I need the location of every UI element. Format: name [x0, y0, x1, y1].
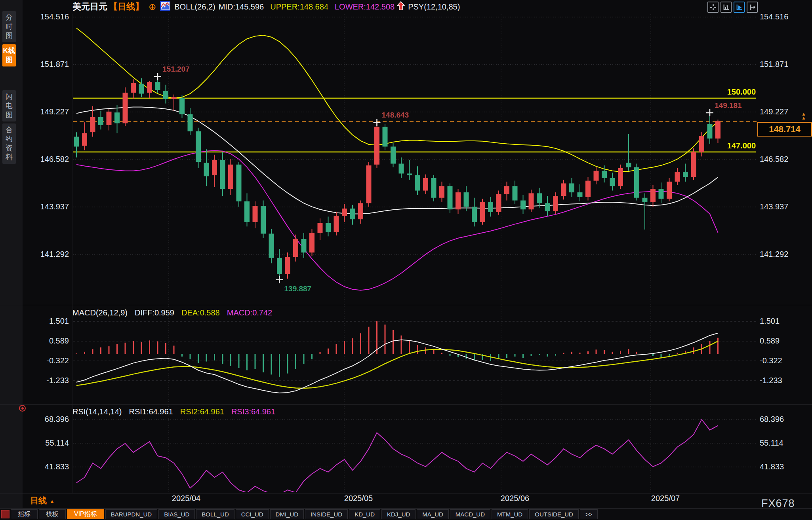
candle [650, 189, 656, 202]
candle [504, 186, 509, 194]
candle [448, 186, 453, 209]
candle [602, 171, 607, 178]
current-price-box[interactable]: 148.714 [757, 122, 812, 137]
macd-layer[interactable] [76, 321, 718, 377]
candle [642, 198, 648, 202]
candle [488, 202, 493, 212]
mini-chart-icon[interactable] [160, 1, 170, 12]
candle [228, 165, 233, 189]
candle [107, 112, 112, 125]
macd-value: MACD:0.742 [227, 308, 273, 317]
main-chart-canvas[interactable] [0, 0, 812, 520]
y-axis-label: 146.582 [24, 155, 69, 164]
panel-separator [0, 404, 812, 405]
toolbar-tab-KD_UD[interactable]: KD_UD [349, 509, 380, 519]
toolbar-tab-MACD_UD[interactable]: MACD_UD [450, 509, 490, 519]
symbol-title: 美元日元 [72, 1, 107, 13]
boll-label: BOLL(26,2) [174, 2, 215, 11]
candle [301, 239, 307, 252]
candle [253, 206, 258, 222]
indicator-toolbar: 指标模板VIP指标BARUPDN_UDBIAS_UDBOLL_UDCCI_UDD… [0, 509, 812, 520]
psy-label: PSY(12,10,85) [408, 2, 460, 11]
candle [285, 257, 290, 274]
candle [383, 127, 388, 147]
candle [480, 202, 485, 222]
y-axis-label: 149.227 [760, 107, 788, 116]
toolbar-tab-DMI_UD[interactable]: DMI_UD [270, 509, 304, 519]
axis-scale-button[interactable] [721, 2, 732, 13]
extreme-cross-marker [706, 109, 713, 116]
price-up-arrows-icon: ▲▲ [801, 112, 806, 120]
axis-shift-button[interactable] [747, 2, 758, 13]
rsi-axis-label: 68.396 [760, 415, 784, 424]
toolbar-tab-模板[interactable]: 模板 [39, 509, 66, 519]
candle [399, 164, 404, 174]
macd-header: MACD(26,12,9) DIFF:0.959 DEA:0.588 MACD:… [72, 308, 279, 317]
pan-crosshair-button[interactable] [707, 2, 719, 13]
toolbar-tab-CCI_UD[interactable]: CCI_UD [236, 509, 269, 519]
candle [172, 97, 177, 99]
candle [82, 133, 87, 146]
candle [431, 178, 436, 198]
y-axis-label: 151.871 [24, 60, 69, 69]
price-annotation: 149.181 [715, 101, 742, 110]
candle [578, 192, 583, 197]
price-level-label: 147.000 [697, 141, 756, 150]
rsi-header: RSI(14,14,14) RSI1:64.961 RSI2:64.961 RS… [72, 407, 282, 416]
candle [350, 209, 355, 219]
rsi-axis-label: 55.114 [24, 438, 69, 448]
y-axis-label: 146.582 [760, 155, 788, 164]
candle [691, 152, 696, 177]
toolbar-tab-OUTSIDE_UD[interactable]: OUTSIDE_UD [529, 509, 579, 519]
toolbar-tab-INSIDE_UD[interactable]: INSIDE_UD [305, 509, 348, 519]
candle [98, 117, 103, 125]
candle [374, 127, 379, 165]
candle [196, 131, 201, 162]
crosshair-target-icon[interactable]: ⊕ [149, 2, 156, 11]
toolbar-tab-BARUPDN_UD[interactable]: BARUPDN_UD [105, 509, 157, 519]
rsi2-value: RSI2:64.961 [180, 407, 224, 416]
candle [139, 84, 144, 94]
candle [179, 98, 185, 114]
macd-params: MACD(26,12,9) [72, 308, 128, 317]
candle [131, 83, 136, 93]
watermark: FX678 [761, 497, 795, 510]
candle [423, 178, 428, 191]
candle [415, 175, 420, 191]
chart-legend: 美元日元 【日线】 ⊕ BOLL(26,2) MID:145.596 UPPER… [72, 1, 460, 13]
candles-layer[interactable] [74, 76, 721, 280]
chevron-up-icon: ▲ [50, 498, 55, 504]
candle [659, 189, 664, 199]
toolbar-tab-MA_UD[interactable]: MA_UD [417, 509, 449, 519]
toolbar-tab-KDJ_UD[interactable]: KDJ_UD [381, 509, 416, 519]
auto-fit-button[interactable] [734, 2, 745, 13]
price-annotation: 139.887 [284, 285, 312, 293]
toolbar-tab-BIAS_UD[interactable]: BIAS_UD [158, 509, 195, 519]
y-axis-label: 141.292 [24, 250, 69, 259]
candle [293, 239, 298, 257]
candle [261, 206, 266, 233]
toolbar-tab->>[interactable]: >> [580, 509, 598, 519]
candle [537, 193, 542, 203]
boll-lower-value: LOWER:142.508 [335, 2, 395, 11]
stop-icon[interactable] [1, 510, 10, 518]
toolbar-tab-MTM_UD[interactable]: MTM_UD [492, 509, 528, 519]
candle [634, 167, 639, 198]
period-label: 日线 [30, 495, 47, 506]
candle [114, 112, 120, 123]
macd-axis-label: 1.501 [760, 317, 780, 326]
candle [123, 93, 128, 123]
toolbar-tab-VIP指标[interactable]: VIP指标 [67, 509, 104, 519]
toolbar-tab-指标[interactable]: 指标 [11, 509, 38, 519]
period-dropdown[interactable]: 日线 ▲ [30, 495, 55, 506]
extreme-cross-marker [374, 119, 381, 126]
candle [667, 182, 672, 199]
candle [90, 117, 95, 133]
candle [496, 194, 501, 212]
y-axis-label: 151.871 [760, 60, 788, 69]
candle [545, 203, 550, 211]
candle [236, 165, 242, 201]
candle [464, 192, 469, 207]
candle [269, 233, 274, 258]
toolbar-tab-BOLL_UD[interactable]: BOLL_UD [196, 509, 234, 519]
